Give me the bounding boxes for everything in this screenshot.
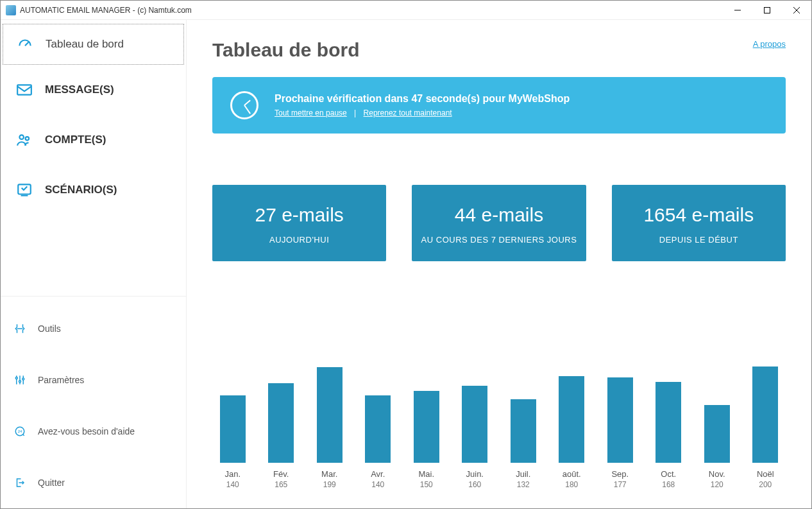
clock-icon <box>230 91 258 119</box>
chart-value-label: 132 <box>517 480 530 489</box>
sidebar-item-dashboard[interactable]: Tableau de bord <box>3 24 184 65</box>
banner-separator: | <box>354 108 356 117</box>
pause-all-link[interactable]: Tout mettre en pause <box>275 108 347 117</box>
stat-label: AU COURS DES 7 DERNIERS JOURS <box>418 235 579 245</box>
chart-bar <box>511 399 536 463</box>
tools-icon <box>13 322 26 335</box>
stat-card-week: 44 e-mails AU COURS DES 7 DERNIERS JOURS <box>412 185 586 261</box>
chart-column: Fév.165 <box>266 367 297 489</box>
chart-value-label: 120 <box>711 480 723 489</box>
svg-point-2 <box>19 135 24 139</box>
sidebar: Tableau de bord MESSAGE(S) COMPTE(S) SCÉ… <box>1 20 187 508</box>
maximize-button[interactable] <box>752 1 782 20</box>
svg-rect-1 <box>17 85 31 94</box>
chart-category-label: Juil. <box>516 469 530 479</box>
chart-column: Oct.168 <box>654 367 684 489</box>
chart-column: Noël200 <box>750 367 781 489</box>
chart-value-label: 180 <box>565 480 578 489</box>
chart-category-label: Fév. <box>273 469 289 479</box>
minimize-button[interactable] <box>723 1 752 20</box>
chart-column: Mai.150 <box>411 367 442 489</box>
chart-column: août.180 <box>557 367 588 489</box>
sidebar-item-scenarios[interactable]: SCÉNARIO(S) <box>1 165 186 215</box>
chart-value-label: 168 <box>662 480 675 489</box>
window-controls <box>723 1 811 20</box>
sidebar-item-accounts[interactable]: COMPTE(S) <box>1 115 186 165</box>
chart-column: Avr.140 <box>363 367 394 489</box>
sidebar-item-help[interactable]: 24 Avez-vous besoin d'aide <box>1 406 186 457</box>
monthly-chart: Jan.140Fév.165Mar.199Avr.140Mai.150Juin.… <box>212 297 786 489</box>
svg-point-7 <box>22 378 24 380</box>
chart-column: Jan.140 <box>217 367 248 489</box>
chart-category-label: août. <box>562 469 581 479</box>
stat-value: 1654 e-mails <box>618 204 779 226</box>
sidebar-item-label: Outils <box>38 324 61 334</box>
svg-rect-0 <box>765 7 770 13</box>
chart-bar <box>414 391 439 463</box>
stat-label: AUJOURD'HUI <box>219 235 380 245</box>
page-title: Tableau de bord <box>212 39 359 61</box>
sidebar-item-label: COMPTE(S) <box>45 134 106 146</box>
chart-bar <box>559 376 584 463</box>
about-link[interactable]: A propos <box>753 39 786 49</box>
chart-value-label: 140 <box>226 480 239 489</box>
window-titlebar: AUTOMATIC EMAIL MANAGER - (c) Namtuk.com <box>1 1 811 20</box>
sidebar-item-quit[interactable]: Quitter <box>1 457 186 508</box>
stat-value: 27 e-mails <box>219 204 380 226</box>
main-content: Tableau de bord A propos Prochaine vérif… <box>187 20 811 508</box>
app-icon <box>6 5 16 15</box>
svg-point-6 <box>19 381 21 383</box>
chart-bar <box>317 367 343 463</box>
sliders-icon <box>13 374 26 386</box>
chart-category-label: Mar. <box>321 469 337 479</box>
chart-value-label: 177 <box>614 480 627 489</box>
chart-value-label: 160 <box>468 480 481 489</box>
chart-value-label: 199 <box>323 480 336 489</box>
scenario-icon <box>15 181 33 199</box>
stat-card-today: 27 e-mails AUJOURD'HUI <box>212 185 386 261</box>
svg-text:24: 24 <box>18 429 22 433</box>
resume-all-link[interactable]: Reprenez tout maintenant <box>364 108 452 117</box>
sidebar-item-settings[interactable]: Paramètres <box>1 354 186 406</box>
svg-point-5 <box>15 377 17 379</box>
chart-column: Sep.177 <box>605 367 636 489</box>
chart-column: Juin.160 <box>460 367 491 489</box>
chart-value-label: 150 <box>420 480 433 489</box>
chart-category-label: Juin. <box>466 469 484 479</box>
close-button[interactable] <box>782 1 811 20</box>
chart-category-label: Jan. <box>224 469 241 479</box>
banner-message: Prochaine vérification dans 47 seconde(s… <box>275 93 570 105</box>
mail-icon <box>15 81 33 99</box>
sidebar-item-label: Tableau de bord <box>46 38 124 51</box>
chart-value-label: 200 <box>759 480 772 489</box>
chart-bar <box>704 405 730 463</box>
users-icon <box>15 131 33 149</box>
chart-category-label: Avr. <box>371 469 385 479</box>
sidebar-item-label: Paramètres <box>38 375 84 385</box>
chart-category-label: Oct. <box>661 469 676 479</box>
chart-bar <box>220 395 246 463</box>
gauge-icon <box>16 35 34 53</box>
chart-column: Nov.120 <box>702 367 732 489</box>
chart-bar <box>462 386 487 463</box>
stat-card-total: 1654 e-mails DEPUIS LE DÉBUT <box>612 185 786 261</box>
chart-column: Mar.199 <box>314 367 345 489</box>
chart-bar <box>607 377 633 463</box>
chart-category-label: Noël <box>757 469 774 479</box>
stats-row: 27 e-mails AUJOURD'HUI 44 e-mails AU COU… <box>212 185 786 261</box>
stat-label: DEPUIS LE DÉBUT <box>618 235 779 245</box>
chart-column: Juil.132 <box>508 367 539 489</box>
chart-value-label: 140 <box>371 480 384 489</box>
chart-bar <box>268 383 294 463</box>
sidebar-item-label: SCÉNARIO(S) <box>45 184 117 196</box>
sidebar-item-messages[interactable]: MESSAGE(S) <box>1 65 186 115</box>
sidebar-item-label: Avez-vous besoin d'aide <box>38 426 135 436</box>
stat-value: 44 e-mails <box>418 204 579 226</box>
svg-point-3 <box>26 137 29 140</box>
next-check-banner: Prochaine vérification dans 47 seconde(s… <box>212 77 786 134</box>
sidebar-item-label: Quitter <box>38 478 65 488</box>
chart-bar <box>365 395 391 463</box>
sidebar-item-tools[interactable]: Outils <box>1 303 186 354</box>
chart-category-label: Nov. <box>709 469 725 479</box>
chart-bar <box>752 367 778 463</box>
